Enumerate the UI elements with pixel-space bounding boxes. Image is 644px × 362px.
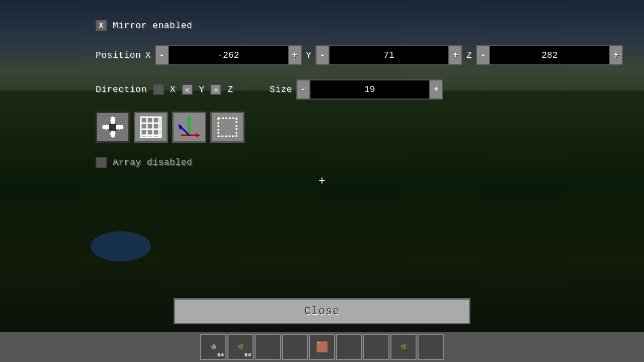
direction-z-label: Z	[227, 84, 233, 95]
svg-marker-2	[110, 116, 116, 121]
hotbar-slot-3[interactable]	[255, 334, 281, 360]
axes-icon	[177, 115, 201, 139]
position-z-group: - +	[476, 45, 623, 65]
move-button[interactable]	[96, 112, 130, 143]
mirror-label: Mirror enabled	[113, 21, 192, 31]
hotbar-slot-4[interactable]	[282, 334, 308, 360]
hotbar-slot-5[interactable]: 🟫	[309, 334, 335, 360]
hotbar: 🪨 64 🌿 64 🟫 🌿	[0, 332, 644, 362]
array-checkbox[interactable]	[96, 157, 107, 168]
mirror-checkbox[interactable]: X	[96, 20, 107, 31]
move-icon	[101, 115, 125, 139]
ui-panel: X Mirror enabled Position X - + Y - + Z …	[0, 0, 644, 332]
position-row: Position X - + Y - + Z - +	[96, 45, 644, 65]
hotbar-slot-1-icon: 🪨	[210, 344, 216, 350]
size-minus-button[interactable]: -	[296, 79, 310, 100]
svg-marker-3	[110, 133, 116, 138]
grid-icon	[139, 115, 163, 139]
hotbar-slot-8-icon: 🌿	[400, 344, 407, 350]
close-button-label: Close	[304, 305, 340, 318]
hotbar-slot-2[interactable]: 🌿 64	[227, 334, 254, 360]
position-z-plus-button[interactable]: +	[609, 45, 623, 65]
hotbar-slot-1-count: 64	[217, 352, 224, 358]
svg-rect-20	[218, 118, 236, 136]
hotbar-slot-8[interactable]: 🌿	[390, 334, 417, 360]
array-row: Array disabled	[96, 157, 644, 168]
position-label: Position	[96, 50, 141, 60]
position-x-group: - +	[155, 45, 302, 65]
direction-label: Direction	[96, 84, 147, 95]
position-y-plus-button[interactable]: +	[448, 45, 462, 65]
svg-marker-19	[178, 124, 182, 130]
direction-z-checkbox[interactable]: ✕	[210, 84, 221, 95]
mirror-checkbox-symbol: X	[99, 22, 103, 30]
axes-button[interactable]	[172, 112, 206, 143]
size-group: Size - +	[270, 79, 443, 100]
position-z-minus-button[interactable]: -	[476, 45, 490, 65]
size-input[interactable]	[310, 79, 429, 100]
direction-row: Direction X ✕ Y ✕ Z Size - +	[96, 79, 644, 100]
direction-x-label: X	[170, 84, 176, 95]
svg-rect-7	[141, 117, 161, 137]
array-label: Array disabled	[113, 157, 192, 167]
selection-button[interactable]	[210, 112, 245, 143]
position-y-minus-button[interactable]: -	[315, 45, 330, 65]
hotbar-slot-5-icon: 🟫	[316, 341, 329, 353]
selection-icon	[215, 115, 239, 139]
hotbar-slot-2-count: 64	[245, 352, 251, 358]
svg-marker-5	[119, 124, 124, 130]
svg-marker-17	[196, 133, 200, 137]
hotbar-slot-2-icon: 🌿	[237, 344, 244, 350]
position-y-group: - +	[315, 45, 462, 65]
direction-y-checkbox[interactable]: ✕	[182, 84, 193, 95]
svg-marker-4	[102, 124, 107, 130]
position-z-label: Z	[466, 50, 472, 60]
position-x-plus-button[interactable]: +	[288, 45, 302, 65]
position-x-label: X	[145, 50, 150, 60]
position-x-minus-button[interactable]: -	[155, 45, 169, 65]
position-y-input[interactable]	[330, 45, 448, 65]
size-input-group: - +	[296, 79, 443, 100]
size-plus-button[interactable]: +	[429, 79, 443, 100]
hotbar-slot-9[interactable]	[418, 334, 444, 360]
hotbar-slot-7[interactable]	[363, 334, 389, 360]
size-label: Size	[270, 84, 292, 95]
icon-buttons-row	[96, 112, 644, 143]
mirror-row: X Mirror enabled	[96, 20, 644, 31]
direction-y-label: Y	[199, 84, 204, 95]
hotbar-slot-1[interactable]: 🪨 64	[200, 334, 226, 360]
position-y-label: Y	[306, 50, 311, 60]
svg-marker-15	[187, 116, 191, 120]
close-button[interactable]: Close	[174, 298, 470, 324]
hotbar-slot-6[interactable]	[336, 334, 362, 360]
direction-x-checkbox[interactable]	[153, 84, 164, 95]
svg-rect-6	[109, 124, 116, 131]
position-z-input[interactable]	[490, 45, 609, 65]
grid-button[interactable]	[134, 112, 168, 143]
position-x-input[interactable]	[169, 45, 288, 65]
